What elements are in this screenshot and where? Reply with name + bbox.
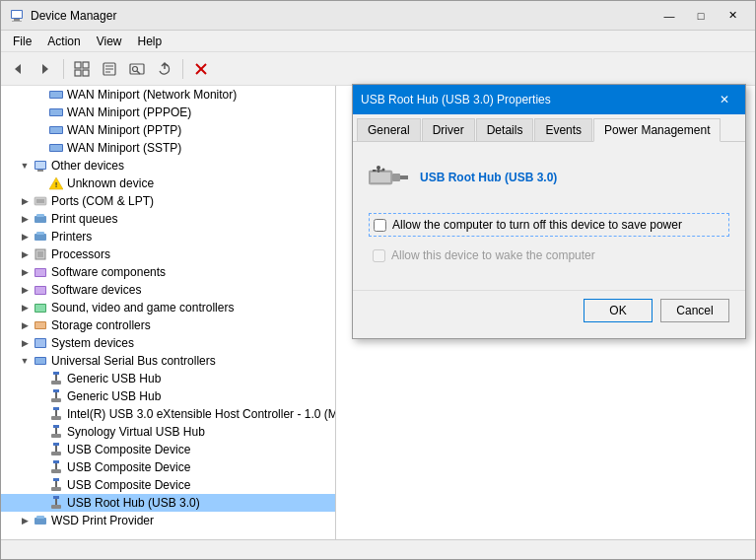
list-item[interactable]: WAN Miniport (SSTP) <box>1 139 335 157</box>
svg-rect-64 <box>53 443 59 446</box>
svg-rect-45 <box>35 305 45 312</box>
tree-item-label: WAN Miniport (PPTP) <box>67 123 181 137</box>
list-item[interactable]: ▶ WSD Print Provider <box>1 512 335 529</box>
list-item[interactable]: ▶ Print queues <box>1 210 335 228</box>
svg-rect-70 <box>53 478 59 481</box>
ok-button[interactable]: OK <box>584 299 653 322</box>
tree-item-label: Synology Virtual USB Hub <box>67 425 205 439</box>
tree-item-label: Software components <box>51 265 166 279</box>
wake-computer-label: Allow this device to wake the computer <box>391 248 595 262</box>
maximize-button[interactable]: □ <box>686 6 716 26</box>
list-item[interactable]: WAN Miniport (Network Monitor) <box>1 86 335 104</box>
tab-driver[interactable]: Driver <box>422 118 475 141</box>
tab-general[interactable]: General <box>357 118 421 141</box>
list-item[interactable]: ▶ Ports (COM & LPT) <box>1 192 335 210</box>
usb-device-icon <box>48 406 64 422</box>
svg-rect-55 <box>53 389 59 392</box>
svg-marker-4 <box>15 64 21 74</box>
list-item[interactable]: ▶ System devices <box>1 334 335 352</box>
sound-icon <box>33 300 48 315</box>
list-item[interactable]: Intel(R) USB 3.0 eXtensible Host Control… <box>1 405 335 423</box>
list-item[interactable]: USB Composite Device <box>1 458 335 476</box>
list-item[interactable]: WAN Miniport (PPPOE) <box>1 104 335 121</box>
expand-icon: ▶ <box>17 246 33 262</box>
close-button[interactable]: ✕ <box>718 6 747 26</box>
list-item[interactable]: Generic USB Hub <box>1 370 335 387</box>
svg-point-15 <box>133 66 138 71</box>
tab-details[interactable]: Details <box>476 118 534 141</box>
list-item[interactable]: Synology Virtual USB Hub <box>1 423 335 441</box>
window-controls: — □ ✕ <box>654 6 747 26</box>
usb-device-icon <box>48 442 64 457</box>
collapse-icon: ▼ <box>17 353 33 369</box>
tree-item-label: WAN Miniport (SSTP) <box>67 141 181 155</box>
expand-icon: ▶ <box>17 211 33 227</box>
svg-rect-49 <box>35 339 45 347</box>
svg-rect-63 <box>51 434 61 438</box>
tab-events[interactable]: Events <box>534 118 592 141</box>
svg-marker-5 <box>42 64 48 74</box>
properties-button[interactable] <box>97 56 122 82</box>
list-item[interactable]: USB Composite Device <box>1 441 335 458</box>
list-item[interactable]: ▼ Universal Serial Bus controllers <box>1 352 335 370</box>
tree-item-label: USB Root Hub (USB 3.0) <box>67 496 200 510</box>
list-item[interactable]: ▶ Software devices <box>1 281 335 299</box>
list-item[interactable]: ▶ Printers <box>1 228 335 245</box>
expand-icon: ▶ <box>17 193 33 209</box>
usb-device-icon <box>48 477 64 493</box>
list-item[interactable]: Generic USB Hub <box>1 387 335 405</box>
menu-view[interactable]: View <box>89 33 130 50</box>
title-bar: Device Manager — □ ✕ <box>1 1 755 31</box>
tree-item-label: Universal Serial Bus controllers <box>51 354 216 368</box>
list-item[interactable]: WAN Miniport (PPTP) <box>1 121 335 139</box>
processors-icon <box>33 246 48 262</box>
menu-action[interactable]: Action <box>39 33 88 50</box>
menu-file[interactable]: File <box>5 33 39 50</box>
svg-rect-58 <box>53 407 59 410</box>
list-item[interactable]: USB Root Hub (USB 3.0) <box>1 494 335 512</box>
minimize-button[interactable]: — <box>654 6 684 26</box>
scan-button[interactable] <box>124 56 150 82</box>
svg-rect-9 <box>83 70 89 76</box>
update-button[interactable] <box>152 56 177 82</box>
network-icon <box>48 122 64 138</box>
save-power-label[interactable]: Allow the computer to turn off this devi… <box>392 218 682 232</box>
cancel-button[interactable]: Cancel <box>660 299 729 322</box>
svg-rect-72 <box>51 487 61 491</box>
usb-device-icon <box>48 371 64 386</box>
expand-icon: ▶ <box>17 317 33 333</box>
network-icon <box>48 105 64 120</box>
list-item[interactable]: ▶ Sound, video and game controllers <box>1 299 335 316</box>
other-devices-icon <box>33 158 48 174</box>
grid-button[interactable] <box>69 56 95 82</box>
system-devices-icon <box>33 335 48 351</box>
svg-rect-8 <box>75 70 81 76</box>
svg-rect-67 <box>53 460 59 463</box>
toolbar-sep-2 <box>182 59 183 79</box>
svg-rect-75 <box>51 505 61 509</box>
dialog-close-button[interactable]: ✕ <box>712 90 737 109</box>
svg-rect-80 <box>392 174 400 181</box>
list-item[interactable]: USB Composite Device <box>1 476 335 494</box>
list-item[interactable]: ▶ Processors <box>1 245 335 263</box>
menu-help[interactable]: Help <box>130 33 171 50</box>
properties-dialog: USB Root Hub (USB 3.0) Properties ✕ Gene… <box>352 84 746 339</box>
expand-icon: ▶ <box>17 513 33 528</box>
save-power-checkbox[interactable] <box>374 219 386 232</box>
svg-rect-52 <box>53 372 59 375</box>
list-item[interactable]: ▶ Storage controllers <box>1 316 335 334</box>
tree-item-label: WAN Miniport (Network Monitor) <box>67 88 237 102</box>
expand-icon <box>33 495 48 511</box>
tab-power-management[interactable]: Power Management <box>593 118 721 142</box>
list-item[interactable]: ! Unknown device <box>1 175 335 192</box>
list-item[interactable]: ▼ Other devices <box>1 157 335 175</box>
back-button[interactable] <box>5 56 31 82</box>
delete-button[interactable] <box>188 56 214 82</box>
svg-rect-85 <box>373 170 376 172</box>
tree-item-label: Sound, video and game controllers <box>51 301 234 315</box>
forward-button[interactable] <box>33 56 58 82</box>
tree-item-label: WAN Miniport (PPPOE) <box>67 105 191 119</box>
svg-rect-41 <box>35 269 45 276</box>
software-components-icon <box>33 264 48 280</box>
list-item[interactable]: ▶ Software components <box>1 263 335 281</box>
